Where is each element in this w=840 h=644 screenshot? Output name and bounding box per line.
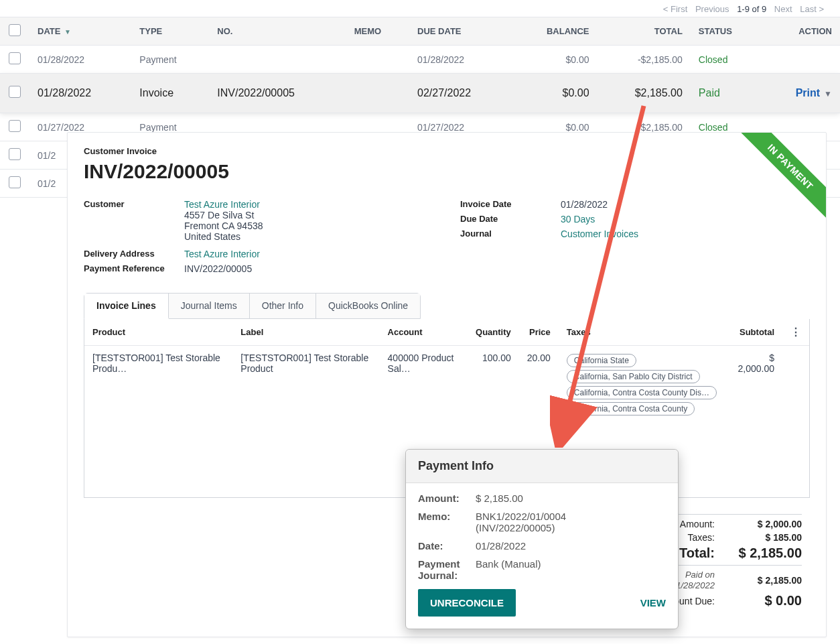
table-row-selected[interactable]: 01/28/2022InvoiceINV/2022/0000502/27/202… [0,74,840,113]
select-all-checkbox[interactable] [9,24,21,36]
tab-invoice-lines[interactable]: Invoice Lines [84,294,169,319]
tab-quickbooks[interactable]: QuickBooks Online [316,294,420,318]
col-due-date[interactable]: DUE DATE [409,17,511,46]
address-line: United States [184,231,240,242]
customer-link[interactable]: Test Azure Interior [184,199,260,210]
view-button[interactable]: VIEW [640,597,666,608]
taxes-value: $ 185.00 [728,532,802,543]
invoice-number: INV/2022/00005 [84,160,810,183]
pagination-last[interactable]: Last > [800,4,824,14]
pop-amount-value: $ 2,185.00 [476,493,666,504]
invdate-label: Invoice Date [460,199,561,210]
delivery-label: Delivery Address [84,249,184,259]
tax-pill: California State [567,354,636,367]
col-total[interactable]: TOTAL [598,17,691,46]
linecol-account: Account [380,319,468,346]
detail-tabs: Invoice Lines Journal Items Other Info Q… [84,293,421,319]
row-checkbox[interactable] [9,176,21,188]
pagination: < First Previous 1-9 of 9 Next Last > [0,0,840,17]
tax-pill: California, Contra Costa County [567,402,695,415]
status-badge: Closed [699,122,728,133]
pagination-previous[interactable]: Previous [695,4,729,14]
row-checkbox[interactable] [9,52,21,64]
taxes-label: Taxes: [688,532,715,543]
journal-label: Journal [460,229,561,239]
col-no[interactable]: NO. [209,17,346,46]
action-dropdown-icon[interactable]: ▼ [824,89,832,99]
status-badge: Paid [699,87,720,99]
payment-info-popover: Payment Info Amount: $ 2,185.00 Memo: BN… [405,449,679,629]
pop-journal-value: Bank (Manual) [476,558,666,570]
pop-date-label: Date: [418,540,476,552]
payref-label: Payment Reference [84,263,184,274]
journal-link[interactable]: Customer Invoices [561,229,638,239]
paid-value: $ 2,185.00 [728,575,802,586]
row-checkbox[interactable] [9,120,21,132]
customer-label: Customer [84,199,184,242]
status-ribbon: IN PAYMENT [725,133,826,233]
linecol-quantity: Quantity [468,319,519,346]
col-type[interactable]: TYPE [131,17,209,46]
pagination-range: 1-9 of 9 [737,4,766,14]
duedate-label: Due Date [460,214,561,224]
payref-value: INV/2022/00005 [184,263,252,274]
col-status[interactable]: STATUS [691,17,763,46]
total-value: $ 2,185.00 [728,545,802,561]
columns-menu-icon[interactable]: ⋮ [790,326,801,338]
duedate-link[interactable]: 30 Days [561,214,595,224]
delivery-link[interactable]: Test Azure Interior [184,249,260,259]
invoice-line-row[interactable]: [TESTSTOR001] Test Storable Produ… [TEST… [84,346,809,424]
invoice-detail-panel: IN PAYMENT Customer Invoice INV/2022/000… [67,132,827,637]
row-checkbox[interactable] [9,148,21,160]
popover-title: Payment Info [406,450,678,483]
pop-journal-label: Payment Journal: [418,558,476,581]
tax-pill: California, San Pablo City District [567,370,700,383]
pagination-first[interactable]: < First [663,4,687,14]
pop-amount-label: Amount: [418,493,476,504]
col-action[interactable]: ACTION [763,17,840,46]
linecol-taxes: Taxes [559,319,725,346]
unreconcile-button[interactable]: UNRECONCILE [418,589,516,617]
sort-desc-icon: ▼ [64,28,71,36]
pop-memo-value: BNK1/2022/01/0004(INV/2022/00005) [476,511,666,533]
col-balance[interactable]: BALANCE [511,17,597,46]
pop-memo-label: Memo: [418,511,476,522]
tab-other-info[interactable]: Other Info [250,294,316,318]
pagination-next[interactable]: Next [774,4,792,14]
untaxed-value: $ 2,000.00 [728,519,802,529]
table-row[interactable]: 01/28/2022Payment01/28/2022 $0.00-$2,185… [0,46,840,74]
print-button[interactable]: Print [796,87,820,99]
linecol-subtotal: Subtotal [725,319,782,346]
tab-journal-items[interactable]: Journal Items [169,294,250,318]
status-badge: Closed [699,54,728,65]
pop-date-value: 01/28/2022 [476,540,666,552]
linecol-label: Label [232,319,379,346]
tax-pill: California, Contra Costa County Dis… [567,386,717,399]
due-value: $ 0.00 [728,593,802,608]
linecol-price: Price [519,319,559,346]
col-date[interactable]: DATE ▼ [29,17,131,46]
linecol-product: Product [84,319,232,346]
invdate-value: 01/28/2022 [561,199,608,210]
address-line: Fremont CA 94538 [184,220,263,231]
address-line: 4557 De Silva St [184,210,254,220]
col-memo[interactable]: MEMO [346,17,409,46]
row-checkbox[interactable] [9,86,21,98]
detail-heading-small: Customer Invoice [84,146,810,156]
total-label: Total: [679,545,715,561]
